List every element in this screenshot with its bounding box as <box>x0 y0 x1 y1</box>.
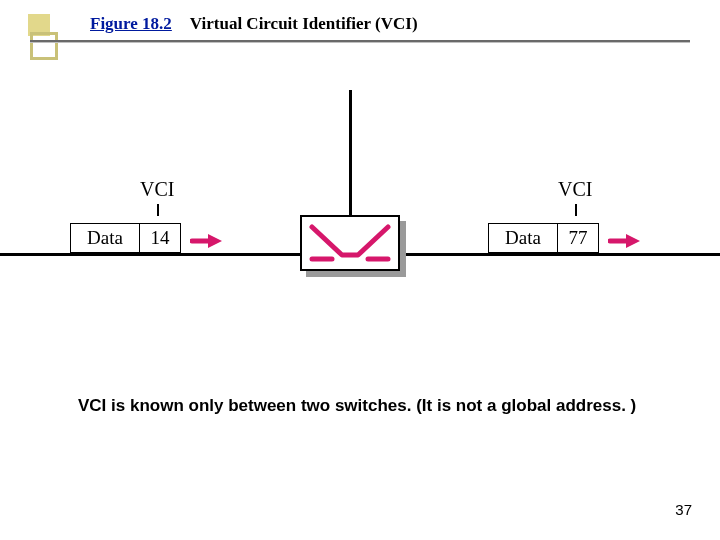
page-number: 37 <box>675 501 692 518</box>
figure-header: Figure 18.2 Virtual Circuit Identifier (… <box>90 14 690 38</box>
switch-cross-icon <box>302 217 398 269</box>
vci-tick-left <box>157 204 159 216</box>
switch-face <box>300 215 400 271</box>
packet-left: Data 14 <box>70 223 181 253</box>
vci-label-left: VCI <box>140 178 174 201</box>
switch <box>300 215 400 271</box>
arrow-right-icon <box>190 232 224 250</box>
corner-decoration <box>28 14 62 52</box>
arrow-right <box>608 232 642 250</box>
deco-square-front <box>30 32 58 60</box>
vci-label-right: VCI <box>558 178 592 201</box>
caption-text: VCI is known only between two switches. … <box>78 395 650 418</box>
figure-title: Virtual Circuit Identifier (VCI) <box>190 14 418 33</box>
packet-left-vci: 14 <box>140 223 181 253</box>
switch-stem <box>349 90 352 223</box>
packet-right: Data 77 <box>488 223 599 253</box>
vci-diagram: VCI Data 14 VCI Data 77 <box>0 150 720 320</box>
slide: Figure 18.2 Virtual Circuit Identifier (… <box>0 0 720 540</box>
arrow-left <box>190 232 224 250</box>
figure-number: Figure 18.2 <box>90 14 172 33</box>
packet-right-data: Data <box>488 223 558 253</box>
arrow-right-icon <box>608 232 642 250</box>
packet-right-vci: 77 <box>558 223 599 253</box>
vci-tick-right <box>575 204 577 216</box>
packet-left-data: Data <box>70 223 140 253</box>
header-divider <box>30 40 690 42</box>
